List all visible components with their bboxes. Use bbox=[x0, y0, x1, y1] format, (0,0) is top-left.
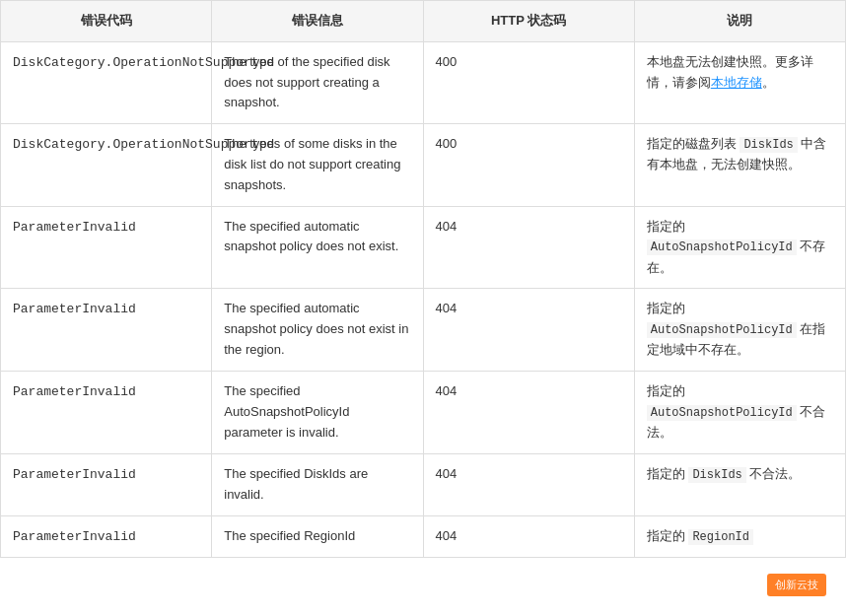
error-message-cell: The specified AutoSnapshotPolicyId param… bbox=[212, 372, 423, 454]
desc-code: AutoSnapshotPolicyId bbox=[647, 240, 797, 255]
error-code-cell: DiskCategory.OperationNotSupported bbox=[1, 41, 212, 123]
table-header: 错误代码错误信息HTTP 状态码说明 bbox=[1, 1, 846, 42]
http-status-cell: 400 bbox=[423, 41, 634, 123]
desc-text: 。 bbox=[762, 75, 775, 90]
error-code-value: ParameterInvalid bbox=[13, 467, 136, 482]
table-row: ParameterInvalidThe specified automatic … bbox=[1, 206, 846, 289]
table-row: DiskCategory.OperationNotSupportedThe ty… bbox=[1, 41, 846, 123]
error-message-cell: The specified RegionId bbox=[212, 515, 423, 558]
error-message-cell: The specified DiskIds are invalid. bbox=[212, 453, 423, 515]
http-status-cell: 404 bbox=[423, 206, 634, 289]
desc-text: 不合法。 bbox=[749, 466, 801, 481]
description-cell: 指定的 AutoSnapshotPolicyId 不合法。 bbox=[634, 372, 845, 454]
error-code-value: ParameterInvalid bbox=[13, 302, 136, 316]
error-message-cell: The types of some disks in the disk list… bbox=[212, 124, 423, 206]
desc-text: 指定的 bbox=[647, 301, 685, 315]
column-header-0: 错误代码 bbox=[1, 1, 212, 42]
desc-text: 指定的 bbox=[647, 219, 685, 234]
error-code-cell: ParameterInvalid bbox=[1, 289, 212, 372]
table-row: ParameterInvalidThe specified RegionId40… bbox=[1, 515, 846, 558]
desc-code: DiskIds bbox=[688, 467, 745, 483]
desc-text: 指定的 bbox=[647, 466, 685, 481]
description-cell: 指定的 DiskIds 不合法。 bbox=[634, 453, 845, 515]
desc-text: 指定的 bbox=[647, 383, 685, 398]
error-code-cell: ParameterInvalid bbox=[1, 372, 212, 454]
error-code-value: ParameterInvalid bbox=[13, 384, 136, 399]
table-row: ParameterInvalidThe specified DiskIds ar… bbox=[1, 453, 846, 515]
desc-code: DiskIds bbox=[740, 137, 797, 153]
error-code-cell: ParameterInvalid bbox=[1, 206, 212, 289]
desc-code: RegionId bbox=[688, 529, 753, 545]
column-header-3: 说明 bbox=[634, 1, 845, 42]
desc-code: AutoSnapshotPolicyId bbox=[647, 405, 797, 421]
error-code-cell: ParameterInvalid bbox=[1, 515, 212, 558]
error-message-cell: The type of the specified disk does not … bbox=[212, 41, 423, 123]
http-status-cell: 404 bbox=[423, 515, 634, 558]
column-header-1: 错误信息 bbox=[212, 1, 423, 42]
http-status-cell: 404 bbox=[423, 289, 634, 372]
desc-text: 指定的 bbox=[647, 528, 685, 543]
table-row: DiskCategory.OperationNotSupportedThe ty… bbox=[1, 124, 846, 206]
table-row: ParameterInvalidThe specified automatic … bbox=[1, 289, 846, 372]
description-cell: 本地盘无法创建快照。更多详情，请参阅本地存储。 bbox=[634, 41, 845, 123]
error-message-cell: The specified automatic snapshot policy … bbox=[212, 206, 423, 289]
description-cell: 指定的磁盘列表 DiskIds 中含有本地盘，无法创建快照。 bbox=[634, 124, 845, 206]
http-status-cell: 404 bbox=[423, 453, 634, 515]
error-code-cell: ParameterInvalid bbox=[1, 453, 212, 515]
error-code-value: ParameterInvalid bbox=[13, 529, 136, 544]
description-cell: 指定的 RegionId bbox=[634, 515, 845, 558]
http-status-cell: 400 bbox=[423, 124, 634, 206]
description-cell: 指定的 AutoSnapshotPolicyId 不存在。 bbox=[634, 206, 845, 289]
column-header-2: HTTP 状态码 bbox=[423, 1, 634, 42]
error-code-value: ParameterInvalid bbox=[13, 220, 136, 235]
error-message-cell: The specified automatic snapshot policy … bbox=[212, 289, 423, 372]
error-code-cell: DiskCategory.OperationNotSupported bbox=[1, 124, 212, 206]
table-body: DiskCategory.OperationNotSupportedThe ty… bbox=[1, 41, 846, 558]
http-status-cell: 404 bbox=[423, 372, 634, 454]
desc-link[interactable]: 本地存储 bbox=[711, 75, 762, 90]
table-row: ParameterInvalidThe specified AutoSnapsh… bbox=[1, 372, 846, 454]
desc-code: AutoSnapshotPolicyId bbox=[647, 322, 797, 338]
desc-text: 指定的磁盘列表 bbox=[647, 136, 737, 151]
description-cell: 指定的 AutoSnapshotPolicyId 在指定地域中不存在。 bbox=[634, 289, 845, 372]
error-table: 错误代码错误信息HTTP 状态码说明 DiskCategory.Operatio… bbox=[0, 0, 846, 558]
